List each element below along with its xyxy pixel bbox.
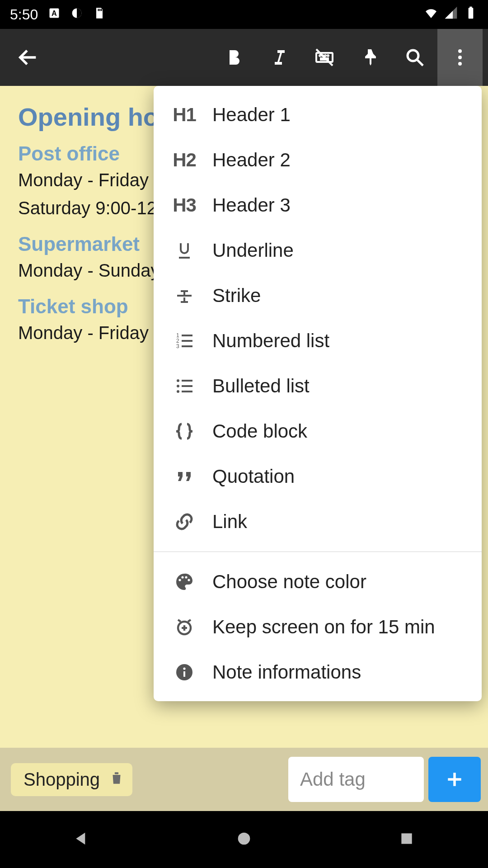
status-time: 5:50 — [10, 6, 38, 23]
svg-point-11 — [322, 55, 323, 56]
svg-point-19 — [458, 62, 462, 66]
menu-header-3[interactable]: H3 Header 3 — [154, 183, 482, 228]
add-tag-input[interactable]: Add tag — [288, 757, 424, 802]
menu-item-label: Link — [212, 511, 247, 533]
menu-item-label: Quotation — [212, 466, 295, 487]
svg-point-50 — [183, 667, 185, 670]
h2-icon: H2 — [172, 147, 197, 173]
signal-icon — [444, 5, 458, 24]
svg-point-34 — [177, 385, 179, 387]
menu-item-label: Code block — [212, 420, 307, 442]
code-block-icon — [172, 419, 197, 444]
svg-rect-37 — [182, 385, 192, 387]
menu-bulleted-list[interactable]: Bulleted list — [154, 363, 482, 409]
menu-code-block[interactable]: Code block — [154, 409, 482, 454]
menu-item-label: Bulleted list — [212, 375, 310, 397]
italic-button[interactable] — [257, 29, 302, 86]
menu-item-label: Numbered list — [212, 330, 329, 352]
format-menu: H1 Header 1 H2 Header 2 H3 Header 3 Unde… — [154, 86, 482, 701]
svg-point-13 — [328, 55, 328, 56]
menu-divider — [154, 552, 482, 552]
menu-header-2[interactable]: H2 Header 2 — [154, 137, 482, 183]
svg-rect-3 — [98, 9, 99, 11]
status-bar: 5:50 A — [0, 0, 488, 29]
menu-item-label: Keep screen on for 15 min — [212, 616, 435, 638]
tag-bar: Shopping Add tag — [0, 748, 488, 811]
svg-point-17 — [458, 49, 462, 53]
menu-item-label: Note informations — [212, 661, 361, 683]
svg-rect-49 — [183, 671, 185, 677]
alarm-add-icon — [172, 614, 197, 640]
svg-text:A: A — [52, 9, 57, 17]
svg-rect-6 — [469, 8, 474, 19]
back-button[interactable] — [5, 29, 51, 86]
svg-point-40 — [181, 576, 183, 578]
underline-icon — [172, 238, 197, 263]
menu-item-label: Header 1 — [212, 104, 291, 126]
menu-underline[interactable]: Underline — [154, 228, 482, 273]
numbered-list-icon: 123 — [172, 328, 197, 354]
battery-icon — [464, 5, 478, 24]
menu-link[interactable]: Link — [154, 499, 482, 544]
add-tag-placeholder: Add tag — [300, 769, 366, 790]
strike-icon — [172, 283, 197, 308]
nav-home-icon[interactable] — [235, 830, 253, 849]
tag-chip[interactable]: Shopping — [11, 763, 132, 796]
svg-point-33 — [177, 379, 179, 382]
info-icon — [172, 660, 197, 685]
menu-keep-screen-on[interactable]: Keep screen on for 15 min — [154, 604, 482, 650]
quotation-icon — [172, 464, 197, 489]
menu-item-label: Strike — [212, 285, 261, 307]
contrast-icon — [70, 6, 83, 23]
tag-chip-label: Shopping — [23, 769, 100, 790]
nav-recent-icon[interactable] — [398, 830, 416, 849]
menu-strike[interactable]: Strike — [154, 273, 482, 318]
add-tag-button[interactable] — [428, 757, 481, 802]
svg-text:3: 3 — [176, 343, 179, 349]
menu-numbered-list[interactable]: 123 Numbered list — [154, 318, 482, 363]
sd-card-icon — [93, 6, 106, 23]
svg-point-15 — [408, 50, 418, 61]
system-nav-bar — [0, 811, 488, 868]
svg-rect-30 — [182, 335, 192, 336]
svg-point-42 — [188, 579, 190, 581]
svg-line-46 — [178, 620, 181, 622]
nav-back-icon[interactable] — [72, 830, 90, 849]
svg-line-16 — [418, 60, 423, 66]
pin-button[interactable] — [347, 29, 392, 86]
editor-toolbar — [0, 29, 488, 86]
link-icon — [172, 509, 197, 534]
svg-point-39 — [178, 579, 181, 581]
menu-header-1[interactable]: H1 Header 1 — [154, 92, 482, 137]
h1-icon: H1 — [172, 102, 197, 127]
svg-point-35 — [177, 390, 179, 393]
menu-item-label: Underline — [212, 240, 294, 261]
svg-rect-24 — [401, 833, 412, 844]
menu-item-label: Header 3 — [212, 194, 291, 216]
bold-button[interactable] — [211, 29, 257, 86]
bulleted-list-icon — [172, 373, 197, 399]
more-button[interactable] — [437, 29, 483, 86]
svg-rect-26 — [177, 295, 192, 297]
menu-item-label: Header 2 — [212, 149, 291, 171]
svg-point-41 — [185, 576, 187, 578]
palette-icon — [172, 569, 197, 594]
delete-tag-icon[interactable] — [109, 769, 124, 790]
svg-rect-20 — [115, 772, 119, 774]
svg-rect-31 — [182, 340, 192, 342]
svg-rect-7 — [469, 7, 472, 9]
menu-quotation[interactable]: Quotation — [154, 454, 482, 499]
search-button[interactable] — [392, 29, 437, 86]
svg-rect-4 — [99, 9, 100, 11]
menu-choose-color[interactable]: Choose note color — [154, 559, 482, 604]
svg-point-18 — [458, 56, 462, 59]
svg-rect-38 — [182, 391, 192, 392]
svg-point-10 — [319, 55, 320, 56]
svg-rect-25 — [179, 257, 190, 259]
svg-line-47 — [188, 620, 191, 622]
keyboard-off-button[interactable] — [302, 29, 347, 86]
h3-icon: H3 — [172, 193, 197, 218]
svg-point-23 — [238, 833, 250, 845]
menu-note-info[interactable]: Note informations — [154, 650, 482, 695]
menu-item-label: Choose note color — [212, 571, 366, 593]
